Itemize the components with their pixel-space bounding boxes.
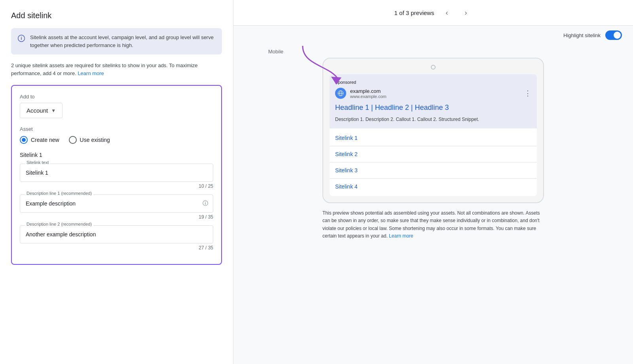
preview-header: 1 of 3 previews ‹ ›: [233, 0, 633, 26]
learn-more-link-bottom[interactable]: Learn more: [389, 233, 413, 239]
desc2-char-count: 27 / 35: [20, 245, 213, 251]
disclaimer-text: This preview shows potential ads assembl…: [322, 203, 544, 243]
radio-group: Create new Use existing: [20, 136, 213, 144]
highlight-toggle[interactable]: [605, 30, 622, 40]
advertiser-name: example.com: [350, 88, 520, 94]
sitelink-item[interactable]: Sitelink 1: [330, 130, 537, 146]
sitelink-item[interactable]: Sitelink 4: [330, 178, 537, 194]
radio-empty-icon: [69, 136, 77, 144]
sitelink-text-label: Sitelink text: [25, 160, 50, 165]
requirements-text: 2 unique sitelink assets are required fo…: [11, 62, 222, 77]
info-banner-text: Sitelink assets at the account level, ca…: [30, 34, 216, 49]
radio-filled-icon: [20, 136, 28, 144]
sponsored-label: Sponsored: [335, 80, 531, 85]
desc1-input[interactable]: [20, 195, 213, 212]
preview-content: Mobile Sponsored: [233, 45, 633, 364]
phone-mockup: Sponsored example.com www.example.com: [322, 58, 544, 203]
page-title: Add sitelink: [11, 11, 222, 20]
sitelink-text-count: 10 / 25: [20, 183, 213, 189]
add-to-label: Add to: [20, 94, 213, 100]
left-panel: Add sitelink Sitelink assets at the acco…: [0, 0, 233, 364]
account-dropdown[interactable]: Account ▼: [20, 103, 63, 118]
use-existing-label: Use existing: [80, 137, 110, 143]
desc1-char-count: 19 / 35: [20, 214, 213, 220]
prev-preview-button[interactable]: ‹: [440, 6, 453, 19]
three-dots-icon[interactable]: ⋮: [524, 89, 531, 98]
create-new-radio[interactable]: Create new: [20, 136, 59, 144]
sitelink-section-title: Sitelink 1: [20, 152, 213, 158]
asset-label: Asset: [20, 126, 213, 132]
info-icon: [17, 34, 25, 42]
mobile-label: Mobile: [268, 49, 283, 55]
phone-top-bar: [330, 65, 537, 70]
help-icon-desc1[interactable]: ⓘ: [203, 200, 208, 207]
preview-counter: 1 of 3 previews: [394, 9, 434, 16]
use-existing-radio[interactable]: Use existing: [69, 136, 110, 144]
purple-arrow: [299, 45, 350, 85]
ad-card-top: Sponsored example.com www.example.com: [330, 74, 537, 128]
ad-card: Sponsored example.com www.example.com: [330, 74, 537, 196]
svg-marker-3: [331, 77, 341, 85]
advertiser-url: www.example.com: [350, 94, 520, 99]
highlight-label: Highlight sitelink: [563, 32, 601, 38]
advertiser-info: example.com www.example.com: [350, 88, 520, 99]
desc2-group: Description line 2 (recommended): [20, 225, 213, 243]
learn-more-link-top[interactable]: Learn more: [78, 70, 104, 76]
form-box: Add to Account ▼ Asset Create new Use ex…: [11, 85, 222, 265]
sitelink-text-group: Sitelink text: [20, 164, 213, 182]
sitelinks-list: Sitelink 1 Sitelink 2 Sitelink 3 Sitelin…: [330, 128, 537, 196]
desc2-input[interactable]: [20, 226, 213, 243]
svg-point-2: [21, 36, 22, 37]
phone-camera-icon: [431, 65, 436, 70]
desc1-label: Description line 1 (recommended): [25, 191, 93, 196]
right-panel: 1 of 3 previews ‹ › Highlight sitelink M…: [233, 0, 633, 364]
highlight-row: Highlight sitelink: [233, 26, 633, 45]
advertiser-icon: [335, 88, 346, 99]
ad-description: Description 1. Description 2. Callout 1.…: [335, 116, 531, 123]
account-value: Account: [27, 107, 48, 114]
sitelink-item[interactable]: Sitelink 3: [330, 162, 537, 178]
dropdown-arrow-icon: ▼: [51, 108, 56, 113]
create-new-label: Create new: [31, 137, 59, 143]
ad-headline: Headline 1 | Headline 2 | Headline 3: [335, 103, 531, 113]
advertiser-row: example.com www.example.com ⋮: [335, 88, 531, 99]
desc1-group: Description line 1 (recommended) ⓘ: [20, 194, 213, 213]
sitelink-item[interactable]: Sitelink 2: [330, 146, 537, 162]
info-banner: Sitelink assets at the account level, ca…: [11, 28, 222, 55]
next-preview-button[interactable]: ›: [459, 6, 472, 19]
sitelink-text-input[interactable]: [20, 164, 213, 181]
desc2-label: Description line 2 (recommended): [25, 222, 93, 226]
